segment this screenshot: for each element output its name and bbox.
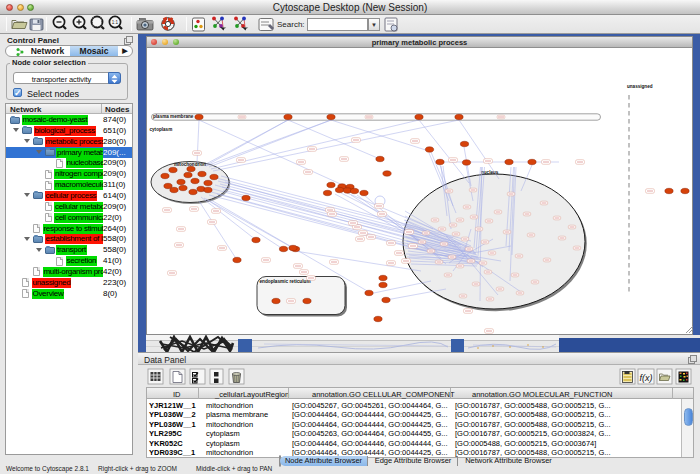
svg-text:plasma membrane: plasma membrane — [153, 114, 194, 119]
svg-text:1:1: 1:1 — [112, 20, 119, 25]
svg-text:unassigned: unassigned — [627, 83, 653, 88]
svg-text:mitochondrion: mitochondrion — [174, 161, 206, 166]
svg-text:endoplasmic reticulum: endoplasmic reticulum — [259, 278, 310, 283]
svg-text:f(x): f(x) — [640, 373, 653, 383]
svg-text:cytoplasm: cytoplasm — [149, 127, 172, 132]
